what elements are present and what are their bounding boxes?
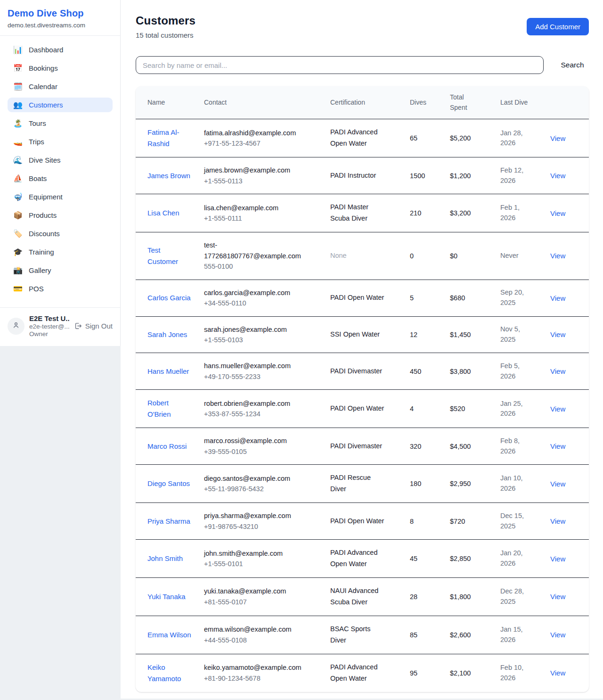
total-spent: $3,200 (450, 194, 500, 232)
sidebar-item-training[interactable]: 🎓Training (8, 245, 113, 259)
view-customer-link[interactable]: View (550, 209, 565, 217)
sidebar-item-gallery[interactable]: 📸Gallery (8, 263, 113, 278)
view-customer-link[interactable]: View (550, 555, 565, 563)
total-spent: $2,600 (450, 616, 500, 654)
last-dive-date: Jan 15, 2026 (500, 625, 530, 645)
sign-out-button[interactable]: Sign Out (74, 322, 113, 330)
customer-name-link[interactable]: Carlos Garcia (147, 292, 191, 304)
sidebar-item-pos[interactable]: 💳POS (8, 281, 113, 296)
sidebar-item-label: Dive Sites (29, 156, 61, 164)
sidebar-item-label: Calendar (29, 82, 57, 91)
user-icon (12, 321, 20, 331)
shop-name: Demo Dive Shop (8, 8, 113, 19)
sidebar-item-label: Tours (29, 119, 46, 127)
customer-phone: +1-555-0103 (204, 335, 304, 345)
sidebar-item-products[interactable]: 📦Products (8, 208, 113, 222)
view-customer-link[interactable]: View (550, 330, 565, 338)
customer-name-link[interactable]: Test Customer (147, 245, 192, 267)
view-customer-link[interactable]: View (550, 517, 565, 525)
sidebar-item-dashboard[interactable]: 📊Dashboard (8, 42, 113, 57)
view-customer-link[interactable]: View (550, 172, 565, 180)
search-input[interactable] (136, 56, 544, 74)
sidebar-item-label: POS (29, 285, 44, 293)
customer-email: emma.wilson@example.com (204, 624, 304, 634)
island-icon: 🏝️ (13, 120, 23, 127)
view-customer-link[interactable]: View (550, 252, 565, 260)
customer-name-link[interactable]: Lisa Chen (147, 207, 179, 219)
column-header: Last Dive (500, 86, 550, 119)
shop-domain: demo.test.divestreams.com (8, 22, 113, 29)
view-customer-link[interactable]: View (550, 405, 565, 413)
last-dive-date: Jan 28, 2026 (500, 128, 530, 149)
total-spent: $4,500 (450, 428, 500, 465)
people-icon: 👥 (13, 101, 23, 109)
last-dive-date: Dec 15, 2025 (500, 511, 530, 532)
search-button[interactable]: Search (556, 61, 589, 69)
user-name: E2E Test U... (29, 314, 69, 322)
sidebar-item-label: Dashboard (29, 46, 63, 54)
customer-name-link[interactable]: Hans Mueller (147, 366, 189, 377)
customer-phone: +34-555-0110 (204, 298, 304, 308)
app-layout: Demo Dive Shop demo.test.divestreams.com… (0, 0, 603, 699)
table-row: Yuki Tanakayuki.tanaka@example.com+81-55… (136, 577, 589, 616)
customer-name-link[interactable]: Sarah Jones (147, 329, 187, 340)
add-customer-button[interactable]: Add Customer (527, 18, 589, 35)
view-customer-link[interactable]: View (550, 134, 565, 142)
certification: PADI Open Water (330, 403, 386, 414)
sidebar-item-dive-sites[interactable]: 🌊Dive Sites (8, 153, 113, 167)
view-customer-link[interactable]: View (550, 480, 565, 488)
customer-name-link[interactable]: Robert O'Brien (147, 397, 192, 420)
customer-name-link[interactable]: Keiko Yamamoto (147, 662, 192, 684)
sidebar-item-label: Products (29, 211, 57, 219)
dives-count: 28 (410, 577, 450, 616)
customer-email: test-1772681807767@example.com (204, 240, 304, 261)
sidebar-item-bookings[interactable]: 📅Bookings (8, 61, 113, 75)
customer-name-link[interactable]: Fatima Al-Rashid (147, 127, 192, 149)
tag-icon: 🏷️ (13, 230, 23, 238)
customer-email: carlos.garcia@example.com (204, 288, 304, 298)
customer-email: lisa.chen@example.com (204, 203, 304, 213)
customer-name-link[interactable]: James Brown (147, 170, 190, 181)
customer-phone: +44-555-0108 (204, 635, 304, 645)
sidebar-item-customers[interactable]: 👥Customers (8, 98, 113, 112)
table-row: James Brownjames.brown@example.com+1-555… (136, 157, 589, 194)
sidebar-item-calendar[interactable]: 🗓️Calendar (8, 79, 113, 94)
last-dive-date: Feb 12, 2026 (500, 165, 530, 186)
customer-name-link[interactable]: John Smith (147, 553, 183, 564)
sidebar-item-boats[interactable]: ⛵Boats (8, 171, 113, 186)
view-customer-link[interactable]: View (550, 631, 565, 639)
sidebar-item-trips[interactable]: 🚤Trips (8, 134, 113, 149)
customers-table: NameContactCertificationDivesTotal Spent… (136, 86, 589, 692)
customer-email: john.smith@example.com (204, 548, 304, 559)
table-row: Sarah Jonessarah.jones@example.com+1-555… (136, 316, 589, 353)
certification: PADI Advanced Open Water (330, 547, 386, 570)
view-customer-link[interactable]: View (550, 669, 565, 677)
last-dive-date: Sep 20, 2025 (500, 288, 530, 308)
customer-name-link[interactable]: Diego Santos (147, 478, 190, 489)
sidebar-item-discounts[interactable]: 🏷️Discounts (8, 226, 113, 241)
view-customer-link[interactable]: View (550, 593, 565, 601)
view-customer-link[interactable]: View (550, 442, 565, 450)
customer-name-link[interactable]: Priya Sharma (147, 516, 190, 527)
view-customer-link[interactable]: View (550, 294, 565, 302)
dives-count: 85 (410, 616, 450, 654)
certification: PADI Open Water (330, 292, 386, 304)
certification: None (330, 250, 386, 262)
column-header: Name (136, 86, 204, 119)
table-row: Hans Muellerhans.mueller@example.com+49-… (136, 353, 589, 390)
view-customer-link[interactable]: View (550, 367, 565, 375)
customer-name-link[interactable]: Emma Wilson (147, 629, 191, 641)
page-header: Customers 15 total customers Add Custome… (136, 14, 589, 39)
calendar-icon: 🗓️ (13, 83, 23, 91)
customer-phone: 555-0100 (204, 261, 304, 272)
certification: PADI Divemaster (330, 441, 386, 452)
customer-name-link[interactable]: Marco Rossi (147, 441, 187, 452)
table-row: Test Customertest-1772681807767@example.… (136, 232, 589, 280)
sidebar-item-tours[interactable]: 🏝️Tours (8, 116, 113, 131)
certification: PADI Divemaster (330, 366, 386, 377)
table-row: Carlos Garciacarlos.garcia@example.com+3… (136, 280, 589, 316)
sidebar-item-label: Customers (29, 101, 63, 109)
search-bar: Search (136, 56, 589, 74)
sidebar-item-equipment[interactable]: 🤿Equipment (8, 189, 113, 204)
customer-name-link[interactable]: Yuki Tanaka (147, 591, 186, 602)
